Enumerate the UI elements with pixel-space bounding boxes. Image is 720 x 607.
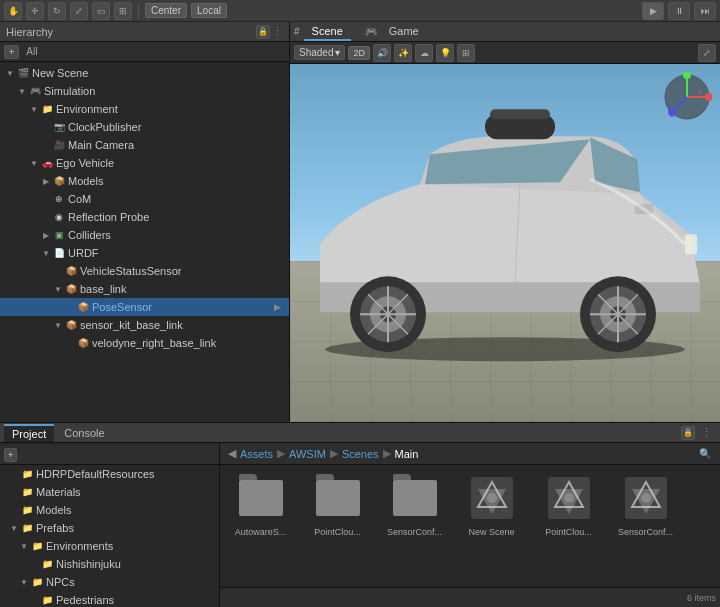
npcs-label: NPCs [46, 576, 75, 588]
reflectionprobe-icon: ◉ [52, 210, 66, 224]
gizmo-icon[interactable]: ⤢ [698, 44, 716, 62]
breadcrumb-assets[interactable]: Assets [240, 448, 273, 460]
2d-button[interactable]: 2D [348, 46, 370, 60]
hierarchy-tree: ▼ 🎬 New Scene ▼ 🎮 Simulation ▼ 📁 Environ… [0, 62, 289, 422]
svg-text:Y: Y [684, 76, 689, 83]
project-tree-prefabs[interactable]: ▼ 📁 Prefabs [0, 519, 219, 537]
hierarchy-toolbar: + All [0, 42, 289, 62]
tree-urdf[interactable]: ▼ 📄 URDF [0, 244, 289, 262]
project-tab[interactable]: Project [4, 424, 54, 442]
rect-tool-icon[interactable]: ▭ [92, 2, 110, 20]
hierarchy-dots[interactable]: ⋮ [272, 25, 283, 38]
local-button[interactable]: Local [191, 3, 227, 18]
asset-newscene[interactable]: New Scene [459, 473, 524, 538]
asset-autowarescene[interactable]: AutowareS... [228, 473, 293, 538]
project-tree-npcs[interactable]: ▼ 📁 NPCs [0, 573, 219, 591]
svg-text:Z: Z [670, 111, 675, 118]
bottom-dots[interactable]: ⋮ [697, 426, 716, 439]
game-icon: 🎮 [365, 26, 377, 37]
project-tree-materials[interactable]: ▶ 📁 Materials [0, 483, 219, 501]
base-link-label: base_link [80, 283, 126, 295]
svg-point-37 [487, 493, 497, 503]
audio-scene-icon[interactable]: 🔊 [373, 44, 391, 62]
colliders-label: Colliders [68, 229, 111, 241]
tree-posesensor[interactable]: ▶ 📦 PoseSensor ▶ [0, 298, 289, 316]
urdf-icon: 📄 [52, 246, 66, 260]
asset-count: 6 items [687, 593, 716, 603]
tree-new-scene[interactable]: ▼ 🎬 New Scene [0, 64, 289, 82]
tree-velodyne-right-base-link[interactable]: ▶ 📦 velodyne_right_base_link [0, 334, 289, 352]
maincamera-label: Main Camera [68, 139, 134, 151]
play-button[interactable]: ▶ [642, 2, 664, 20]
environments-icon: 📁 [30, 539, 44, 553]
posesensor-arrow-right: ▶ [274, 302, 285, 312]
project-tree-hdp[interactable]: ▶ 📁 HDRPDefaultResources [0, 465, 219, 483]
sep-1: ▶ [277, 447, 285, 460]
prefabs-icon: 📁 [20, 521, 34, 535]
tree-colliders[interactable]: ▶ ▣ Colliders [0, 226, 289, 244]
svg-text:X: X [697, 88, 702, 95]
asset-pointcloud2[interactable]: PointClou... [536, 473, 601, 538]
breadcrumb-awsim[interactable]: AWSIM [289, 448, 326, 460]
project-tree-environments[interactable]: ▼ 📁 Environments [0, 537, 219, 555]
shading-dropdown[interactable]: Shaded ▾ [294, 45, 345, 60]
tree-clockpublisher[interactable]: ▶ 📷 ClockPublisher [0, 118, 289, 136]
pedestrians-label: Pedestrians [56, 594, 114, 606]
sep-2: ▶ [330, 447, 338, 460]
hierarchy-title: Hierarchy [6, 26, 53, 38]
bottom-lock-icon[interactable]: 🔒 [681, 426, 695, 440]
egovehicle-icon: 🚗 [40, 156, 54, 170]
tree-com[interactable]: ▶ ⊕ CoM [0, 190, 289, 208]
project-tree-models[interactable]: ▶ 📁 Models [0, 501, 219, 519]
proj-models-icon: 📁 [20, 503, 34, 517]
posesensor-label: PoseSensor [92, 301, 152, 313]
hierarchy-lock-icon[interactable]: 🔒 [256, 25, 270, 39]
nishinjuku-icon: 📁 [40, 557, 54, 571]
all-label: All [22, 46, 37, 57]
breadcrumb-arrow-left[interactable]: ◀ [228, 447, 236, 460]
lights-icon[interactable]: 💡 [436, 44, 454, 62]
asset-sensorconf2[interactable]: SensorConf... [613, 473, 678, 538]
base-link-arrow: ▼ [52, 283, 64, 295]
project-add-button[interactable]: + [4, 448, 17, 462]
scale-tool-icon[interactable]: ⤢ [70, 2, 88, 20]
sky-icon[interactable]: ☁ [415, 44, 433, 62]
scene-tab-scene[interactable]: Scene [304, 23, 351, 41]
project-tree-nishinjuku[interactable]: ▶ 📁 Nishishinjuku [0, 555, 219, 573]
velodyne-right-base-link-label: velodyne_right_base_link [92, 337, 216, 349]
egovehicle-arrow: ▼ [28, 157, 40, 169]
tree-sensor-kit-base-link[interactable]: ▼ 📦 sensor_kit_base_link [0, 316, 289, 334]
tree-egovehicle[interactable]: ▼ 🚗 Ego Vehicle [0, 154, 289, 172]
transform-tool-icon[interactable]: ⊞ [114, 2, 132, 20]
step-button[interactable]: ⏭ [694, 2, 716, 20]
hand-tool-icon[interactable]: ✋ [4, 2, 22, 20]
autoware-icon-wrap [236, 473, 286, 523]
rotate-tool-icon[interactable]: ↻ [48, 2, 66, 20]
tree-models[interactable]: ▶ 📦 Models [0, 172, 289, 190]
new-scene-icon: 🎬 [16, 66, 30, 80]
asset-pointcloud1[interactable]: PointClou... [305, 473, 370, 538]
scene-view-canvas[interactable]: X Y Z [290, 64, 720, 422]
project-tree: + ▶ 📁 HDRPDefaultResources ▶ 📁 Materials… [0, 443, 220, 607]
asset-sensorconf1[interactable]: SensorConf... [382, 473, 447, 538]
project-tree-pedestrians[interactable]: ▶ 📁 Pedestrians [0, 591, 219, 607]
sensorconf2-unity-icon [625, 477, 667, 519]
center-button[interactable]: Center [145, 3, 187, 18]
tree-simulation[interactable]: ▼ 🎮 Simulation [0, 82, 289, 100]
pointcloud1-folder-icon [316, 480, 360, 516]
scene-tab-game[interactable]: Game [381, 23, 427, 41]
grid-icon[interactable]: ⊞ [457, 44, 475, 62]
colliders-icon: ▣ [52, 228, 66, 242]
fx-icon[interactable]: ✨ [394, 44, 412, 62]
asset-search-icon[interactable]: 🔍 [698, 447, 712, 461]
hierarchy-add-button[interactable]: + [4, 45, 19, 59]
tree-reflectionprobe[interactable]: ▶ ◉ Reflection Probe [0, 208, 289, 226]
tree-vehiclestatussensor[interactable]: ▶ 📦 VehicleStatusSensor [0, 262, 289, 280]
breadcrumb-scenes[interactable]: Scenes [342, 448, 379, 460]
tree-base-link[interactable]: ▼ 📦 base_link [0, 280, 289, 298]
move-tool-icon[interactable]: ✛ [26, 2, 44, 20]
pause-button[interactable]: ⏸ [668, 2, 690, 20]
console-tab[interactable]: Console [56, 425, 112, 441]
tree-environment[interactable]: ▼ 📁 Environment [0, 100, 289, 118]
tree-maincamera[interactable]: ▶ 🎥 Main Camera [0, 136, 289, 154]
